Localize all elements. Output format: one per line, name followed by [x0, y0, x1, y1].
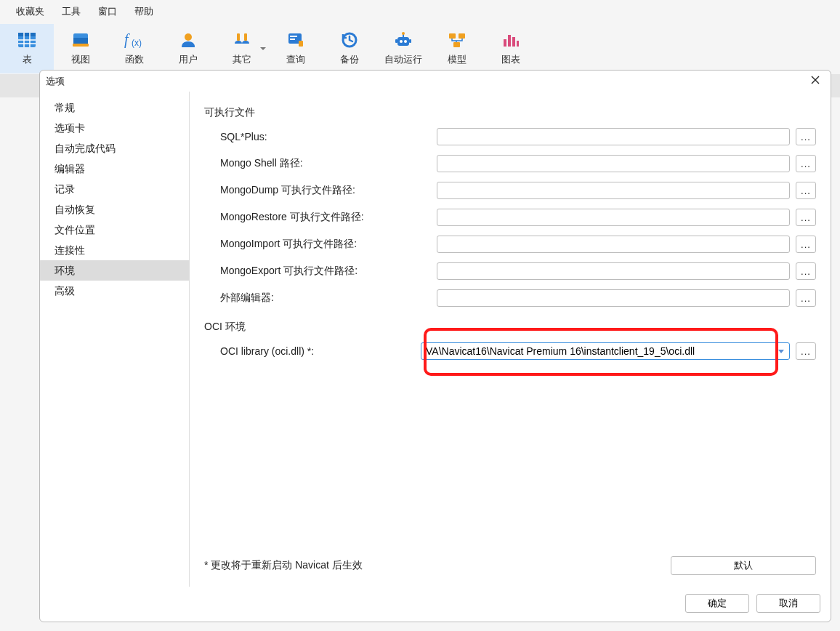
- chart-icon: [501, 31, 521, 49]
- field-label: 外部编辑器:: [204, 292, 437, 305]
- menu-window[interactable]: 窗口: [89, 3, 126, 20]
- field-row-mongodump: MongoDump 可执行文件路径: ...: [204, 182, 816, 199]
- other-icon: [232, 31, 252, 49]
- toolbar-query-button[interactable]: 查询: [269, 24, 323, 73]
- sidebar-item-filelocation[interactable]: 文件位置: [40, 220, 189, 240]
- mongoimport-input[interactable]: [437, 236, 790, 253]
- menu-favorites[interactable]: 收藏夹: [7, 3, 53, 20]
- restart-note: * 更改将于重新启动 Navicat 后生效: [204, 559, 363, 572]
- toolbar-label: 模型: [448, 53, 467, 66]
- toolbar-label: 视图: [71, 53, 90, 66]
- field-row-oci-library: OCI library (oci.dll) *: ...: [204, 342, 816, 360]
- svg-rect-16: [290, 39, 295, 40]
- toolbar-label: 图表: [501, 53, 520, 66]
- default-button[interactable]: 默认: [671, 556, 816, 575]
- browse-button[interactable]: ...: [796, 342, 816, 360]
- sidebar-item-records[interactable]: 记录: [40, 179, 189, 199]
- svg-point-20: [400, 40, 403, 43]
- mongoexport-input[interactable]: [437, 262, 790, 280]
- browse-button[interactable]: ...: [796, 182, 816, 199]
- sidebar-item-environment[interactable]: 环境: [40, 260, 189, 281]
- sidebar-item-autorecover[interactable]: 自动恢复: [40, 199, 189, 220]
- svg-rect-29: [504, 39, 506, 47]
- svg-rect-17: [299, 41, 303, 47]
- field-row-external-editor: 外部编辑器: ...: [204, 289, 816, 307]
- toolbar-view-button[interactable]: 视图: [54, 24, 108, 73]
- fx-icon: f(x): [124, 31, 145, 49]
- sidebar-item-connectivity[interactable]: 连接性: [40, 240, 189, 260]
- toolbar-model-button[interactable]: 模型: [430, 24, 484, 73]
- toolbar-chart-button[interactable]: 图表: [484, 24, 538, 73]
- browse-button[interactable]: ...: [796, 155, 816, 172]
- svg-text:f: f: [124, 31, 130, 48]
- toolbar-function-button[interactable]: f(x) 函数: [108, 24, 161, 73]
- svg-rect-30: [508, 35, 511, 47]
- sidebar-item-general[interactable]: 常规: [40, 97, 189, 118]
- sidebar-item-autocomplete[interactable]: 自动完成代码: [40, 138, 189, 158]
- mongorestore-input[interactable]: [437, 209, 790, 226]
- field-label: Mongo Shell 路径:: [204, 157, 437, 170]
- field-label: MongoExport 可执行文件路径:: [204, 265, 437, 278]
- sqlplus-input[interactable]: [437, 128, 790, 145]
- svg-rect-26: [449, 33, 456, 39]
- toolbar-user-button[interactable]: 用户: [161, 24, 215, 73]
- content-footer: * 更改将于重新启动 Navicat 后生效 默认: [204, 556, 816, 581]
- table-icon: [17, 31, 37, 49]
- close-icon: [810, 75, 820, 85]
- model-icon: [447, 31, 467, 49]
- browse-button[interactable]: ...: [796, 262, 816, 280]
- cancel-button[interactable]: 取消: [756, 594, 820, 613]
- toolbar-label: 查询: [286, 53, 305, 66]
- field-row-mongorestore: MongoRestore 可执行文件路径: ...: [204, 209, 816, 226]
- toolbar-label: 自动运行: [384, 53, 422, 66]
- section-oci-title: OCI 环境: [204, 321, 816, 334]
- options-content: 可执行文件 SQL*Plus: ... Mongo Shell 路径: ... …: [190, 92, 831, 587]
- close-button[interactable]: [806, 73, 825, 89]
- oci-library-input[interactable]: [421, 342, 790, 360]
- svg-point-21: [404, 40, 407, 43]
- external-editor-input[interactable]: [437, 289, 790, 307]
- toolbar-autorun-button[interactable]: 自动运行: [376, 24, 430, 73]
- browse-button[interactable]: ...: [796, 128, 816, 145]
- toolbar-other-button[interactable]: 其它: [215, 24, 269, 73]
- toolbar-label: 其它: [233, 53, 251, 66]
- mongoshell-input[interactable]: [437, 155, 790, 172]
- menu-help[interactable]: 帮助: [126, 3, 162, 20]
- svg-rect-31: [512, 37, 515, 47]
- svg-point-11: [185, 33, 192, 41]
- dialog-body: 常规 选项卡 自动完成代码 编辑器 记录 自动恢复 文件位置 连接性 环境 高级…: [40, 92, 831, 587]
- svg-rect-1: [18, 33, 36, 36]
- browse-button[interactable]: ...: [796, 289, 816, 307]
- field-row-mongoimport: MongoImport 可执行文件路径: ...: [204, 236, 816, 253]
- svg-rect-8: [73, 44, 89, 47]
- toolbar-label: 备份: [340, 53, 359, 66]
- browse-button[interactable]: ...: [796, 209, 816, 226]
- dialog-footer: 确定 取消: [40, 587, 831, 622]
- sidebar-item-advanced[interactable]: 高级: [40, 281, 189, 301]
- toolbar-table-button[interactable]: 表: [0, 24, 54, 73]
- menubar: 收藏夹 工具 窗口 帮助: [0, 0, 840, 23]
- toolbar-backup-button[interactable]: 备份: [323, 24, 376, 73]
- svg-rect-15: [290, 36, 297, 37]
- sidebar-item-editor[interactable]: 编辑器: [40, 158, 189, 179]
- browse-button[interactable]: ...: [796, 236, 816, 253]
- toolbar-label: 函数: [125, 53, 144, 66]
- menu-tools[interactable]: 工具: [53, 3, 89, 20]
- toolbar: 表 视图 f(x) 函数 用户 其它 查询: [0, 23, 840, 74]
- svg-text:(x): (x): [132, 38, 142, 48]
- field-row-mongoshell: Mongo Shell 路径: ...: [204, 155, 816, 172]
- mongodump-input[interactable]: [437, 182, 790, 199]
- svg-rect-24: [395, 39, 397, 43]
- user-icon: [178, 31, 198, 49]
- robot-icon: [393, 31, 413, 49]
- field-label: MongoImport 可执行文件路径:: [204, 238, 437, 251]
- ok-button[interactable]: 确定: [685, 594, 749, 613]
- sidebar-item-tabs[interactable]: 选项卡: [40, 118, 189, 138]
- oci-combo-wrap: [421, 342, 790, 360]
- svg-rect-25: [409, 39, 411, 43]
- field-row-mongoexport: MongoExport 可执行文件路径: ...: [204, 262, 816, 280]
- dialog-titlebar: 选项: [40, 71, 831, 92]
- svg-point-23: [402, 32, 405, 35]
- svg-rect-13: [244, 33, 247, 41]
- toolbar-label: 用户: [179, 53, 198, 66]
